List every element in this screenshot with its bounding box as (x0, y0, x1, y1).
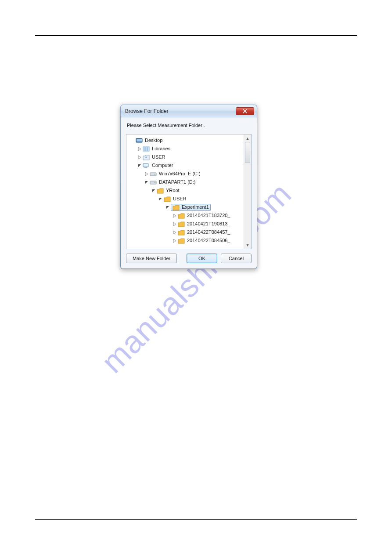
tree-label: YRoot (165, 188, 180, 193)
folder-icon (157, 187, 164, 194)
drive-icon (150, 170, 157, 178)
collapsed-arrow-icon (172, 230, 177, 235)
tree-node-sub-2[interactable]: 20140421T190813_ (127, 220, 251, 228)
folder-icon (178, 221, 185, 228)
browse-folder-dialog: Browse For Folder Please Select Measurem… (120, 105, 257, 269)
svg-rect-1 (137, 139, 142, 141)
tree-label: USER (173, 196, 187, 201)
tree-node-experiment1-selected[interactable]: Experiment1 (127, 203, 251, 211)
tree-label: Win7x64Pro_E (C:) (158, 171, 201, 176)
ok-button[interactable]: OK (187, 254, 217, 263)
cancel-button[interactable]: Cancel (221, 254, 252, 263)
folder-icon (178, 237, 185, 244)
tree-node-sub-4[interactable]: 20140422T084506_ (127, 236, 251, 245)
tree-node-drive-c[interactable]: Win7x64Pro_E (C:) (127, 170, 251, 178)
collapsed-arrow-icon (172, 213, 177, 218)
tree-label: Libraries (151, 146, 170, 151)
tree-label: 20140421T183720_ (187, 213, 230, 218)
svg-rect-4 (145, 147, 147, 151)
svg-rect-5 (147, 147, 149, 151)
tree-label: Desktop (144, 138, 162, 143)
tree-node-libraries[interactable]: Libraries (127, 145, 251, 153)
folder-icon (178, 229, 185, 236)
tree-node-computer[interactable]: Computer (127, 161, 251, 170)
folder-tree[interactable]: Desktop Libraries (126, 134, 252, 249)
desktop-icon (136, 137, 143, 144)
scroll-down-arrow-icon[interactable]: ▼ (244, 241, 251, 249)
tree-label: USER (151, 155, 165, 160)
svg-rect-3 (143, 147, 145, 151)
scroll-thumb[interactable] (245, 142, 250, 163)
scroll-up-arrow-icon[interactable]: ▲ (244, 134, 251, 142)
tree-label: DATAPART1 (D:) (158, 180, 196, 185)
drive-icon (150, 179, 157, 186)
collapsed-arrow-icon (172, 238, 177, 243)
tree-label: 20140421T190813_ (187, 221, 230, 226)
close-icon (243, 109, 247, 113)
svg-rect-2 (138, 143, 140, 143)
tree-label: 20140422T084457_ (187, 230, 230, 235)
svg-rect-9 (144, 167, 147, 168)
folder-icon (173, 204, 180, 211)
libraries-icon (143, 145, 150, 152)
collapsed-arrow-icon (137, 155, 142, 160)
folder-icon (164, 196, 171, 203)
tree-label: Experiment1 (181, 205, 209, 210)
scrollbar[interactable]: ▲ ▼ (244, 134, 251, 249)
dialog-prompt: Please Select Measurement Folder . (126, 123, 252, 128)
collapsed-arrow-icon (144, 171, 149, 177)
tree-label: Computer (151, 163, 173, 168)
tree-node-user-2[interactable]: USER (127, 195, 251, 203)
tree-node-drive-d[interactable]: DATAPART1 (D:) (127, 178, 251, 186)
dialog-titlebar[interactable]: Browse For Folder (121, 105, 257, 117)
make-new-folder-button[interactable]: Make New Folder (126, 254, 177, 263)
svg-point-6 (145, 156, 147, 158)
expanded-arrow-icon (165, 205, 170, 210)
horizontal-rule-bottom (35, 519, 357, 520)
tree-node-desktop[interactable]: Desktop (127, 136, 251, 145)
close-button[interactable] (236, 107, 254, 115)
tree-node-yroot[interactable]: YRoot (127, 186, 251, 195)
tree-node-sub-3[interactable]: 20140422T084457_ (127, 228, 251, 236)
computer-icon (143, 162, 150, 169)
svg-point-13 (155, 182, 155, 183)
folder-icon (178, 212, 185, 219)
svg-point-11 (155, 174, 155, 174)
expanded-arrow-icon (151, 188, 156, 193)
user-folder-icon (143, 154, 150, 161)
dialog-title: Browse For Folder (125, 108, 236, 114)
tree-label: 20140422T084506_ (187, 238, 230, 243)
tree-node-user[interactable]: USER (127, 153, 251, 161)
svg-rect-8 (144, 164, 148, 166)
expanded-arrow-icon (137, 163, 142, 168)
expanded-arrow-icon (144, 180, 149, 185)
collapsed-arrow-icon (137, 146, 142, 152)
tree-node-sub-1[interactable]: 20140421T183720_ (127, 211, 251, 220)
horizontal-rule-top (35, 35, 357, 36)
collapsed-arrow-icon (172, 221, 177, 227)
expanded-arrow-icon (158, 196, 163, 202)
